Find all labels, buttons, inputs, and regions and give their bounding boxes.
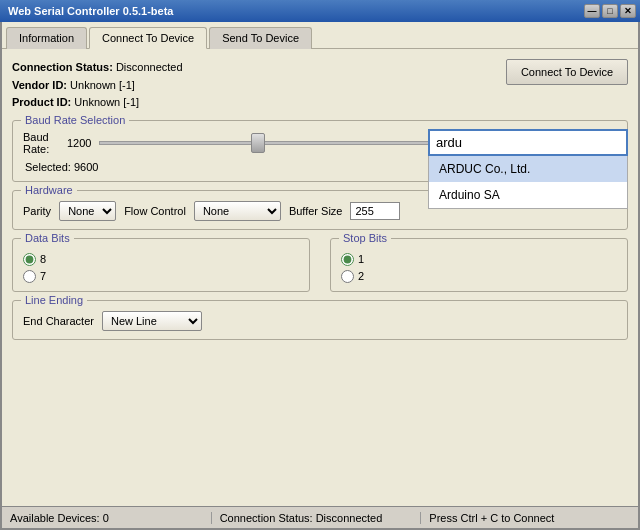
autocomplete-wrapper: ARDUC Co., Ltd. Arduino SA xyxy=(428,129,628,209)
vendor-id-label: Vendor ID: xyxy=(12,79,67,91)
shortcut-hint: Press Ctrl + C to Connect xyxy=(421,512,630,524)
window-controls: — □ ✕ xyxy=(584,4,636,18)
autocomplete-input[interactable] xyxy=(428,129,628,156)
data-bits-group-label: Data Bits xyxy=(21,232,74,244)
stop-bits-2-radio[interactable] xyxy=(341,270,354,283)
connection-status-area: Connection Status: Disconnected Vendor I… xyxy=(12,59,628,112)
baud-min-label: 1200 xyxy=(67,137,91,149)
end-character-label: End Character xyxy=(23,315,94,327)
vendor-id-value: Unknown [-1] xyxy=(70,79,135,91)
flow-control-label: Flow Control xyxy=(124,205,186,217)
tab-bar: Information Connect To Device Send To De… xyxy=(2,22,638,49)
data-bits-8-radio[interactable] xyxy=(23,253,36,266)
window-title: Web Serial Controller 0.5.1-beta xyxy=(8,5,173,17)
stop-bits-1-radio[interactable] xyxy=(341,253,354,266)
data-bits-7-radio[interactable] xyxy=(23,270,36,283)
stop-bits-1-label: 1 xyxy=(358,253,364,265)
baud-rate-label: BaudRate: xyxy=(23,131,59,155)
tab-content: Connection Status: Disconnected Vendor I… xyxy=(2,49,638,506)
data-bits-7-label: 7 xyxy=(40,270,46,282)
connection-status-line: Connection Status: Disconnected xyxy=(12,59,183,77)
stop-bits-options: 1 2 xyxy=(341,253,617,283)
baud-rate-group-label: Baud Rate Selection xyxy=(21,114,129,126)
bits-row: Data Bits 8 7 Stop Bits xyxy=(12,238,628,300)
tab-information[interactable]: Information xyxy=(6,27,87,49)
main-window: Information Connect To Device Send To De… xyxy=(0,22,640,530)
connection-status-value: Disconnected xyxy=(116,61,183,73)
parity-label: Parity xyxy=(23,205,51,217)
connection-status-bar: Connection Status: Disconnected xyxy=(212,512,422,524)
data-bits-8-item[interactable]: 8 xyxy=(23,253,299,266)
end-character-select[interactable]: New Line Carriage Return None xyxy=(102,311,202,331)
hardware-group-label: Hardware xyxy=(21,184,77,196)
autocomplete-item-1[interactable]: Arduino SA xyxy=(429,182,627,208)
data-bits-8-label: 8 xyxy=(40,253,46,265)
product-id-line: Product ID: Unknown [-1] xyxy=(12,94,183,112)
line-ending-group: Line Ending End Character New Line Carri… xyxy=(12,300,628,340)
data-bits-options: 8 7 xyxy=(23,253,299,283)
maximize-button[interactable]: □ xyxy=(602,4,618,18)
close-button[interactable]: ✕ xyxy=(620,4,636,18)
stop-bits-group: Stop Bits 1 2 xyxy=(330,238,628,292)
title-bar: Web Serial Controller 0.5.1-beta — □ ✕ xyxy=(0,0,640,22)
line-ending-group-label: Line Ending xyxy=(21,294,87,306)
buffer-size-label: Buffer Size xyxy=(289,205,343,217)
minimize-button[interactable]: — xyxy=(584,4,600,18)
vendor-id-line: Vendor ID: Unknown [-1] xyxy=(12,77,183,95)
stop-bits-2-label: 2 xyxy=(358,270,364,282)
available-devices-status: Available Devices: 0 xyxy=(10,512,212,524)
autocomplete-list: ARDUC Co., Ltd. Arduino SA xyxy=(428,156,628,209)
status-info: Connection Status: Disconnected Vendor I… xyxy=(12,59,183,112)
stop-bits-group-label: Stop Bits xyxy=(339,232,391,244)
status-bar: Available Devices: 0 Connection Status: … xyxy=(2,506,638,528)
parity-select[interactable]: None Even Odd xyxy=(59,201,116,221)
tab-send-to-device[interactable]: Send To Device xyxy=(209,27,312,49)
autocomplete-item-0[interactable]: ARDUC Co., Ltd. xyxy=(429,156,627,182)
product-id-label: Product ID: xyxy=(12,96,71,108)
stop-bits-2-item[interactable]: 2 xyxy=(341,270,617,283)
product-id-value: Unknown [-1] xyxy=(74,96,139,108)
data-bits-7-item[interactable]: 7 xyxy=(23,270,299,283)
data-bits-group: Data Bits 8 7 xyxy=(12,238,310,292)
buffer-size-input[interactable] xyxy=(350,202,400,220)
line-ending-row: End Character New Line Carriage Return N… xyxy=(23,311,617,331)
connection-status-label: Connection Status: xyxy=(12,61,113,73)
stop-bits-1-item[interactable]: 1 xyxy=(341,253,617,266)
connect-to-device-button[interactable]: Connect To Device xyxy=(506,59,628,85)
flow-control-select[interactable]: None XON/XOFF RTS/CTS xyxy=(194,201,281,221)
tab-connect-to-device[interactable]: Connect To Device xyxy=(89,27,207,49)
